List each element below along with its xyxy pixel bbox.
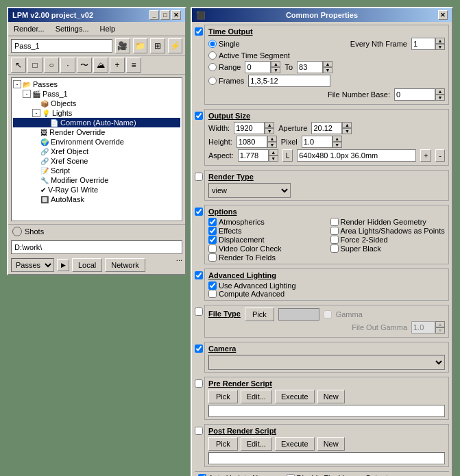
post-edit-btn[interactable]: Edit... bbox=[241, 437, 272, 451]
list-icon-btn[interactable]: ≡ bbox=[126, 58, 141, 73]
tree-item-env-override[interactable]: 🌍 Environment Override bbox=[13, 137, 180, 147]
tree-item-common[interactable]: 📄 Common (Auto-Name) bbox=[13, 118, 180, 127]
height-up[interactable]: ▲ bbox=[267, 136, 277, 142]
file-type-checkbox[interactable] bbox=[195, 308, 203, 316]
active-time-radio-label[interactable]: Active Time Segment bbox=[208, 51, 290, 60]
output-size-checkbox[interactable] bbox=[195, 112, 203, 120]
area-lights-checkbox[interactable] bbox=[330, 227, 339, 235]
l-button[interactable]: L bbox=[282, 149, 293, 162]
width-input[interactable] bbox=[234, 122, 265, 134]
render-hidden-checkbox[interactable] bbox=[330, 218, 339, 226]
pre-render-checkbox[interactable] bbox=[195, 379, 203, 388]
post-render-input[interactable] bbox=[208, 452, 445, 464]
super-black-label[interactable]: Super Black bbox=[330, 245, 446, 253]
camera-checkbox[interactable] bbox=[195, 345, 203, 353]
every-nth-down[interactable]: ▼ bbox=[435, 44, 445, 50]
minus-button[interactable]: - bbox=[435, 149, 445, 162]
tree-item-lights[interactable]: - 💡 Lights bbox=[13, 108, 180, 118]
time-output-checkbox[interactable] bbox=[195, 27, 203, 36]
post-new-btn[interactable]: New bbox=[317, 437, 345, 451]
height-input[interactable] bbox=[237, 136, 267, 148]
range-to-down[interactable]: ▼ bbox=[323, 67, 332, 73]
grid-icon-btn[interactable]: ⊞ bbox=[150, 38, 165, 53]
aperture-up[interactable]: ▲ bbox=[342, 122, 352, 128]
resolution-input[interactable] bbox=[297, 149, 416, 162]
menu-render[interactable]: Render... bbox=[11, 23, 47, 34]
browse-dots[interactable]: ... bbox=[176, 254, 182, 262]
gamma-checkbox[interactable] bbox=[324, 310, 332, 318]
displacement-checkbox[interactable] bbox=[208, 236, 217, 244]
every-nth-up[interactable]: ▲ bbox=[435, 38, 445, 44]
frames-input[interactable] bbox=[248, 75, 330, 87]
post-pick-btn[interactable]: Pick bbox=[208, 437, 238, 451]
tree-item-xref-scene[interactable]: 🔗 Xref Scene bbox=[13, 156, 180, 166]
render-hidden-label[interactable]: Render Hidden Geometry bbox=[330, 218, 446, 226]
expander-passes[interactable]: - bbox=[13, 80, 21, 88]
plus-icon-btn[interactable]: + bbox=[110, 58, 125, 73]
circle-icon-btn[interactable]: ○ bbox=[44, 58, 59, 73]
mode-dropdown[interactable]: Passes bbox=[11, 258, 54, 272]
pre-new-btn[interactable]: New bbox=[317, 390, 345, 403]
dot-icon-btn[interactable]: · bbox=[60, 58, 75, 73]
file-number-input[interactable] bbox=[394, 88, 435, 101]
options-checkbox[interactable] bbox=[195, 208, 203, 216]
range-radio-label[interactable]: Range bbox=[208, 63, 241, 71]
pass-input[interactable] bbox=[11, 39, 112, 53]
pre-execute-btn[interactable]: Execute bbox=[275, 390, 315, 403]
tree-item-script[interactable]: 📝 Script bbox=[13, 166, 180, 175]
displacement-label[interactable]: Displacement bbox=[208, 236, 324, 244]
active-time-radio[interactable] bbox=[208, 51, 217, 60]
tree-item-automask[interactable]: 🔲 AutoMask bbox=[13, 195, 180, 204]
render-type-checkbox[interactable] bbox=[195, 173, 203, 181]
use-advanced-label[interactable]: Use Advanced Lighting bbox=[208, 281, 445, 290]
play-button[interactable]: ▶ bbox=[57, 259, 69, 271]
pixel-input[interactable] bbox=[302, 136, 332, 148]
camera-icon-btn[interactable]: 🎥 bbox=[115, 38, 130, 53]
range-from-input[interactable] bbox=[245, 61, 271, 73]
tree-item-passes[interactable]: - 📂 Passes bbox=[13, 79, 180, 89]
network-button[interactable]: Network bbox=[105, 258, 145, 272]
menu-settings[interactable]: Settings... bbox=[53, 23, 92, 34]
terrain-icon-btn[interactable]: ⛰ bbox=[93, 58, 108, 73]
tree-item-render-override[interactable]: 🖼 Render Override bbox=[13, 127, 180, 137]
aspect-input[interactable] bbox=[238, 149, 269, 162]
advanced-lighting-checkbox[interactable] bbox=[195, 271, 203, 279]
width-down[interactable]: ▼ bbox=[265, 128, 274, 134]
atmospherics-label[interactable]: Atmospherics bbox=[208, 218, 324, 226]
file-number-down[interactable]: ▼ bbox=[435, 95, 445, 101]
area-lights-label[interactable]: Area Lights/Shadows as Points bbox=[330, 227, 446, 235]
aperture-down[interactable]: ▼ bbox=[342, 128, 352, 134]
range-to-input[interactable] bbox=[297, 61, 323, 73]
tree-item-pass1[interactable]: - 🎬 Pass_1 bbox=[13, 89, 180, 99]
pre-edit-btn[interactable]: Edit... bbox=[241, 390, 272, 403]
post-execute-btn[interactable]: Execute bbox=[275, 437, 315, 451]
tree-item-objects[interactable]: 📦 Objects bbox=[13, 99, 180, 108]
close-button[interactable]: ✕ bbox=[171, 10, 181, 20]
render-type-select[interactable]: view bbox=[208, 183, 291, 198]
use-advanced-checkbox[interactable] bbox=[208, 281, 217, 290]
pre-pick-btn[interactable]: Pick bbox=[208, 390, 238, 403]
frames-radio[interactable] bbox=[208, 77, 217, 85]
frames-radio-label[interactable]: Frames bbox=[208, 77, 244, 85]
tree-item-xref-obj[interactable]: 🔗 Xref Object bbox=[13, 147, 180, 156]
pixel-up[interactable]: ▲ bbox=[332, 136, 342, 142]
expander-pass1[interactable]: - bbox=[23, 90, 31, 98]
file-number-up[interactable]: ▲ bbox=[435, 88, 445, 95]
file-type-pick-btn[interactable]: Pick bbox=[245, 308, 274, 321]
single-radio-label[interactable]: Single bbox=[208, 40, 240, 48]
compute-advanced-label[interactable]: Compute Advanced bbox=[208, 290, 445, 298]
select-icon-btn[interactable]: ↖ bbox=[11, 58, 26, 73]
tree-item-modifier[interactable]: 🔧 Modifier Override bbox=[13, 175, 180, 185]
width-up[interactable]: ▲ bbox=[265, 122, 274, 128]
force-2sided-label[interactable]: Force 2-Sided bbox=[330, 236, 446, 244]
single-radio[interactable] bbox=[208, 40, 217, 48]
compute-advanced-checkbox[interactable] bbox=[208, 290, 217, 298]
maximize-button[interactable]: □ bbox=[160, 10, 170, 20]
super-black-checkbox[interactable] bbox=[330, 245, 339, 253]
gamma-input[interactable] bbox=[411, 321, 435, 334]
every-nth-input[interactable] bbox=[411, 38, 435, 50]
folder-icon-btn[interactable]: 📁 bbox=[133, 38, 148, 53]
effects-label[interactable]: Effects bbox=[208, 227, 324, 235]
force-2sided-checkbox[interactable] bbox=[330, 236, 339, 244]
video-color-label[interactable]: Video Color Check bbox=[208, 245, 324, 253]
